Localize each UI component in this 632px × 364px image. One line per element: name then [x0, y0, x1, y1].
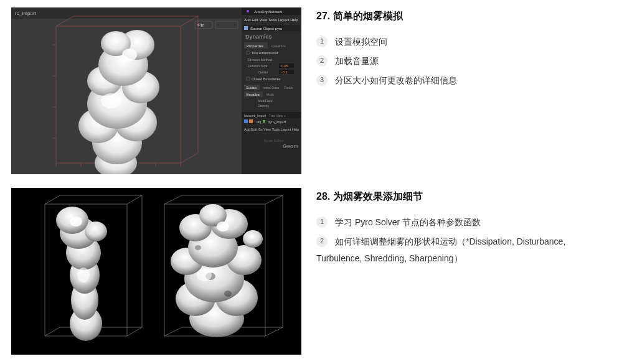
svg-text:Visualiza: Visualiza	[246, 93, 260, 96]
svg-rect-80	[11, 188, 301, 355]
svg-text:Tree View: Tree View	[269, 114, 283, 118]
svg-text:Source Object  pyro: Source Object pyro	[250, 27, 283, 30]
step-number-badge: 2	[316, 236, 328, 247]
svg-text:Guides: Guides	[246, 86, 257, 90]
step-number-badge: 3	[316, 75, 328, 86]
lesson-27-thumbnail: ro_import Pin	[11, 7, 301, 174]
list-item: 1设置模拟空间	[316, 34, 621, 50]
lesson-title: 28. 为烟雾效果添加细节	[316, 190, 621, 203]
lesson-27-desc: 27. 简单的烟雾模拟 1设置模拟空间 2加载音量源 3分区大小如何更改卷的详细…	[316, 7, 621, 93]
svg-text:obj: obj	[257, 120, 261, 124]
svg-point-38	[247, 10, 249, 12]
svg-point-126	[217, 222, 229, 231]
svg-rect-75	[263, 120, 265, 123]
lesson-title: 27. 简单的烟雾模拟	[316, 10, 621, 23]
svg-text:Division Method: Division Method	[248, 58, 272, 62]
step-text: 学习 Pyro Solver 节点的各种参数函数	[335, 217, 481, 227]
step-text: 设置模拟空间	[335, 37, 387, 47]
lesson-28: 28. 为烟雾效果添加细节 1学习 Pyro Solver 节点的各种参数函数 …	[11, 188, 621, 355]
svg-text:Density: Density	[258, 104, 270, 108]
svg-rect-41	[244, 26, 248, 30]
svg-rect-1	[11, 7, 242, 19]
svg-point-127	[197, 269, 212, 281]
step-number-badge: 1	[316, 36, 328, 47]
step-number-badge: 2	[316, 55, 328, 67]
svg-text:Center: Center	[258, 70, 268, 74]
svg-point-99	[70, 217, 82, 226]
svg-text:Two Dimensional: Two Dimensional	[252, 51, 278, 55]
svg-text:Node Editor: Node Editor	[264, 139, 284, 142]
svg-text:Properties: Properties	[247, 44, 263, 48]
list-item: 2如何详细调整烟雾的形状和运动（*Dissipation, Disturbanc…	[316, 234, 621, 250]
lesson-steps: 1设置模拟空间 2加载音量源 3分区大小如何更改卷的详细信息	[316, 34, 621, 89]
svg-text:Pin: Pin	[198, 23, 204, 27]
svg-text:Creation: Creation	[271, 44, 286, 48]
list-item: 1学习 Pyro Solver 节点的各种参数函数	[316, 215, 621, 230]
svg-text:Network_Import: Network_Import	[244, 114, 266, 118]
list-item: 3分区大小如何更改卷的详细信息	[316, 73, 621, 88]
svg-text:+: +	[284, 114, 286, 118]
list-item: 2加载音量源	[316, 54, 621, 69]
svg-point-98	[85, 222, 107, 241]
svg-text:-0.1: -0.1	[281, 70, 287, 74]
svg-text:Initial Data: Initial Data	[263, 86, 280, 90]
svg-point-122	[243, 230, 263, 248]
svg-point-34	[101, 93, 121, 108]
svg-text:AutoDopNetwork: AutoDopNetwork	[254, 10, 283, 14]
svg-point-33	[122, 49, 137, 61]
lesson-27: ro_import Pin	[11, 7, 621, 174]
svg-point-124	[224, 291, 232, 297]
svg-text:Division Size: Division Size	[248, 64, 267, 68]
svg-text:ro_import: ro_import	[15, 11, 37, 16]
lesson-steps: 1学习 Pyro Solver 节点的各种参数函数 2如何详细调整烟雾的形状和运…	[316, 215, 621, 250]
svg-text:Dynamics: Dynamics	[245, 34, 272, 40]
svg-rect-73	[249, 119, 253, 123]
svg-text:Fields: Fields	[284, 86, 293, 90]
svg-text:Add  Edit  View  Tools  Layout: Add Edit View Tools Layout Help	[244, 18, 298, 22]
step-text-continuation: Turbulence, Shredding, Sharpening）	[316, 251, 621, 266]
svg-text:pyro_import: pyro_import	[268, 120, 286, 124]
step-text: 分区大小如何更改卷的详细信息	[335, 75, 457, 85]
svg-point-125	[195, 245, 201, 250]
svg-rect-72	[244, 119, 248, 123]
svg-text:Geom: Geom	[283, 143, 299, 149]
lesson-28-desc: 28. 为烟雾效果添加细节 1学习 Pyro Solver 节点的各种参数函数 …	[316, 188, 621, 267]
svg-text:Add  Edit  Go  View  Tools  La: Add Edit Go View Tools Layout Help	[244, 128, 299, 131]
step-text: 加载音量源	[335, 56, 379, 66]
step-number-badge: 1	[316, 217, 328, 228]
step-text: 如何详细调整烟雾的形状和运动（*Dissipation, Disturbance…	[335, 236, 565, 246]
svg-text:MultiField: MultiField	[258, 99, 273, 103]
svg-text:Closed Boundaries: Closed Boundaries	[252, 77, 281, 81]
svg-point-100	[77, 268, 90, 282]
svg-text:0.05: 0.05	[281, 64, 288, 68]
svg-text:Multi: Multi	[266, 93, 274, 96]
lesson-28-thumbnail	[11, 188, 301, 355]
